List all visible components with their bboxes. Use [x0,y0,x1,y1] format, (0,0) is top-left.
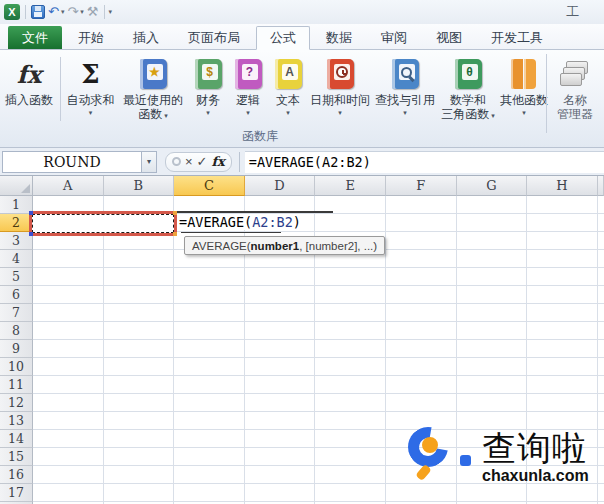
column-headers: A B C D E F G H [0,176,604,196]
tab-data[interactable]: 数据 [313,27,365,49]
select-all-corner[interactable] [0,176,33,196]
function-library-group: fx 插入函数 Σ 自动求和 ▾ ★ 最近使用的 函数▾ $ 财务 ▾ ? [0,53,550,131]
insert-function-icon[interactable]: fx [212,154,225,170]
range-handle-icon[interactable] [29,211,33,215]
divider [60,57,61,121]
recently-used-button[interactable]: ★ 最近使用的 函数▾ [118,53,188,131]
chevron-down-icon: ▾ [522,109,526,117]
date-time-book-icon [327,59,354,89]
titlebar: X ↶ ▾ ↷ ▾ ⚒ ▾ 工 [0,0,604,24]
column-header-h[interactable]: H [527,176,598,196]
range-handle-icon[interactable] [29,232,33,236]
redo-dropdown-icon[interactable]: ▾ [80,8,84,16]
row-header-16[interactable]: 16 [0,466,33,484]
window-title-partial: 工 [566,3,579,21]
formula-bar-buttons: × ✓ fx [165,152,232,172]
insert-function-button[interactable]: fx 插入函数 [0,53,58,131]
ribbon-tab-bar: 文件 开始 插入 页面布局 公式 数据 审阅 视图 开发工具 [0,24,604,50]
chevron-down-icon: ▾ [491,112,495,119]
row-header-5[interactable]: 5 [0,268,33,286]
financial-book-icon: $ [195,59,222,89]
enter-icon[interactable]: ✓ [197,154,208,170]
row-header-9[interactable]: 9 [0,340,33,358]
group-divider [546,54,547,133]
tab-view[interactable]: 视图 [423,27,475,49]
name-box[interactable]: ROUND [2,151,142,173]
tab-review[interactable]: 审阅 [368,27,420,49]
column-header-d[interactable]: D [245,176,316,196]
text-book-icon: A [275,59,302,89]
formula-underline [181,232,281,233]
more-functions-books-icon [511,59,537,89]
more-functions-button[interactable]: 其他函数 ▾ [498,53,550,131]
tab-file[interactable]: 文件 [8,26,62,49]
tab-home[interactable]: 开始 [65,27,117,49]
divider [239,152,240,172]
quick-access-toolbar: X ↶ ▾ ↷ ▾ ⚒ ▾ [4,4,112,20]
math-trig-button[interactable]: θ 数学和 三角函数▾ [438,53,498,131]
tab-page-layout[interactable]: 页面布局 [175,27,253,49]
function-tooltip: AVERAGE(number1, [number2], ...) [184,236,385,255]
row-header-15[interactable]: 15 [0,448,33,466]
watermark-title: 查询啦 [482,430,589,466]
tab-developer[interactable]: 开发工具 [478,27,556,49]
ribbon: fx 插入函数 Σ 自动求和 ▾ ★ 最近使用的 函数▾ $ 财务 ▾ ? [0,50,604,148]
column-header-partial [598,176,604,196]
formula-input[interactable]: =AVERAGE(A2:B2) [245,151,604,173]
lookup-book-icon [392,59,419,89]
sigma-icon: Σ [81,59,99,89]
group-label-function-library: 函数库 [195,128,325,145]
tools-icon[interactable]: ⚒ [87,5,99,19]
chevron-down-icon: ▾ [89,109,93,117]
save-icon[interactable] [31,5,45,19]
watermark-domain: chaxunla.com [482,466,589,486]
logical-book-icon: ? [235,59,262,89]
chevron-down-icon: ▾ [206,109,210,117]
row-header-13[interactable]: 13 [0,412,33,430]
tab-insert[interactable]: 插入 [120,27,172,49]
row-header-6[interactable]: 6 [0,286,33,304]
name-manager-cards-icon [560,60,590,88]
cell-c2-formula-edit[interactable]: =AVERAGE(A2:B2) [179,214,301,230]
autosum-button[interactable]: Σ 自动求和 ▾ [63,53,118,131]
worksheet-grid[interactable]: A B C D E F G H 1 2 3 4 5 6 7 8 9 10 11 … [0,176,604,504]
row-header-8[interactable]: 8 [0,322,33,340]
range-handle-icon[interactable] [173,232,177,236]
row-header-17[interactable]: 17 [0,484,33,502]
chevron-down-icon: ▾ [246,109,250,117]
cancel-icon[interactable]: × [185,154,193,170]
column-header-e[interactable]: E [315,176,386,196]
financial-button[interactable]: $ 财务 ▾ [188,53,228,131]
column-header-c[interactable]: C [174,176,245,196]
collapse-dot-icon[interactable] [172,157,181,166]
row-header-11[interactable]: 11 [0,376,33,394]
row-header-4[interactable]: 4 [0,250,33,268]
chaxunla-logo-icon [402,419,480,497]
redo-icon[interactable]: ↷ [67,5,78,19]
watermark: 查询啦 chaxunla.com [402,416,602,500]
row-header-7[interactable]: 7 [0,304,33,322]
lookup-reference-button[interactable]: 查找与引用 ▾ [372,53,438,131]
clock-icon [336,66,348,78]
column-header-b[interactable]: B [104,176,175,196]
row-header-10[interactable]: 10 [0,358,33,376]
date-time-button[interactable]: 日期和时间 ▾ [308,53,372,131]
row-header-14[interactable]: 14 [0,430,33,448]
row-header-12[interactable]: 12 [0,394,33,412]
divider [25,5,26,19]
row-headers: 1 2 3 4 5 6 7 8 9 10 11 12 13 14 15 16 1… [0,196,33,504]
name-manager-button[interactable]: 名称 管理器 [550,53,600,121]
excel-logo-icon[interactable]: X [4,4,20,20]
column-header-f[interactable]: F [386,176,457,196]
name-box-dropdown-icon[interactable]: ▾ [142,151,157,173]
customize-qat-icon[interactable]: ▾ [109,8,113,16]
undo-dropdown-icon[interactable]: ▾ [61,8,65,16]
range-selection-a2-b2[interactable] [29,211,177,236]
undo-icon[interactable]: ↶ [48,5,59,19]
tab-formulas[interactable]: 公式 [256,26,310,50]
text-button[interactable]: A 文本 ▾ [268,53,308,131]
active-cell-top-border [177,211,333,213]
column-header-a[interactable]: A [33,176,104,196]
column-header-g[interactable]: G [457,176,528,196]
logical-button[interactable]: ? 逻辑 ▾ [228,53,268,131]
